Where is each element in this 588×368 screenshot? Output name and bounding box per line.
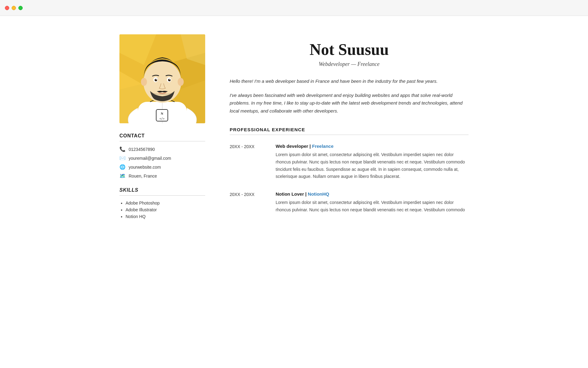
website-icon: 🌐 <box>119 164 126 170</box>
exp-description-1: Lorem ipsum dolor sit amet, consectetur … <box>276 151 469 180</box>
exp-title-line-2: Notion Lover | NotionHQ <box>276 191 469 197</box>
website-url: yourwebsite.com <box>129 165 161 170</box>
bio-paragraph-2: I've always been fascinated with web dev… <box>230 91 469 115</box>
contact-email: ✉️ youremail@gmail.com <box>119 155 205 161</box>
exp-company-link-1[interactable]: Freelance <box>312 144 334 149</box>
exp-dates-2: 20XX - 20XX <box>230 191 263 214</box>
experience-divider <box>230 135 469 135</box>
minimize-button[interactable] <box>12 6 16 10</box>
exp-details-1: Web developer | Freelance Lorem ipsum do… <box>276 144 469 180</box>
svg-point-20 <box>169 79 170 80</box>
exp-separator-2: | <box>305 191 308 197</box>
list-item: Adobe Photoshop <box>126 201 205 205</box>
exp-dates-1: 20XX - 20XX <box>230 144 263 180</box>
contact-phone: 📞 01234567890 <box>119 146 205 152</box>
skills-list: Adobe Photoshop Adobe Illustrator Notion… <box>119 201 205 219</box>
exp-job-title-1: Web developer <box>276 144 308 149</box>
close-button[interactable] <box>5 6 9 10</box>
profile-name: Not Suusuu <box>230 40 469 59</box>
exp-description-2: Lorem ipsum dolor sit amet, consectetur … <box>276 199 469 214</box>
exp-details-2: Notion Lover | NotionHQ Lorem ipsum dolo… <box>276 191 469 214</box>
phone-icon: 📞 <box>119 146 126 152</box>
contact-section-title: CONTACT <box>119 133 205 139</box>
experience-entry-1: 20XX - 20XX Web developer | Freelance Lo… <box>230 144 469 180</box>
experience-section-title: PROFESSIONAL EXPERIENCE <box>230 127 469 132</box>
svg-point-13 <box>141 78 147 86</box>
location-icon: 🗺️ <box>119 173 126 179</box>
svg-text:</>: </> <box>160 117 165 120</box>
email-icon: ✉️ <box>119 155 126 161</box>
skills-divider <box>119 195 205 196</box>
maximize-button[interactable] <box>18 6 23 10</box>
sidebar: N </> <box>119 34 205 225</box>
exp-job-title-2: Notion Lover <box>276 191 304 197</box>
profile-subtitle: Webdeveloper — Freelance <box>230 61 469 67</box>
contact-section: CONTACT 📞 01234567890 ✉️ youremail@gmail… <box>119 133 205 179</box>
exp-title-line-1: Web developer | Freelance <box>276 144 469 149</box>
list-item: Notion HQ <box>126 214 205 219</box>
profile-image: N </> <box>119 34 205 123</box>
contact-location: 🗺️ Rouen, France <box>119 173 205 179</box>
main-content: Not Suusuu Webdeveloper — Freelance Hell… <box>230 34 469 225</box>
list-item: Adobe Illustrator <box>126 207 205 212</box>
traffic-lights <box>5 6 23 10</box>
location-text: Rouen, France <box>129 174 157 178</box>
exp-separator-1: | <box>310 144 312 149</box>
experience-section: PROFESSIONAL EXPERIENCE 20XX - 20XX Web … <box>230 127 469 214</box>
svg-point-14 <box>178 78 184 86</box>
page-content: N </> <box>95 16 493 243</box>
svg-point-19 <box>156 79 157 80</box>
svg-text:N: N <box>161 112 163 115</box>
title-bar <box>0 0 588 16</box>
skills-section-title: SKILLS <box>119 187 205 193</box>
experience-entry-2: 20XX - 20XX Notion Lover | NotionHQ Lore… <box>230 191 469 214</box>
skills-section: SKILLS Adobe Photoshop Adobe Illustrator… <box>119 187 205 219</box>
phone-number: 01234567890 <box>129 147 155 152</box>
contact-website: 🌐 yourwebsite.com <box>119 164 205 170</box>
contact-divider <box>119 141 205 141</box>
email-address: youremail@gmail.com <box>129 156 171 161</box>
bio-paragraph-1: Hello there! I'm a web developer based i… <box>230 77 469 85</box>
exp-company-link-2[interactable]: NotionHQ <box>308 191 329 197</box>
